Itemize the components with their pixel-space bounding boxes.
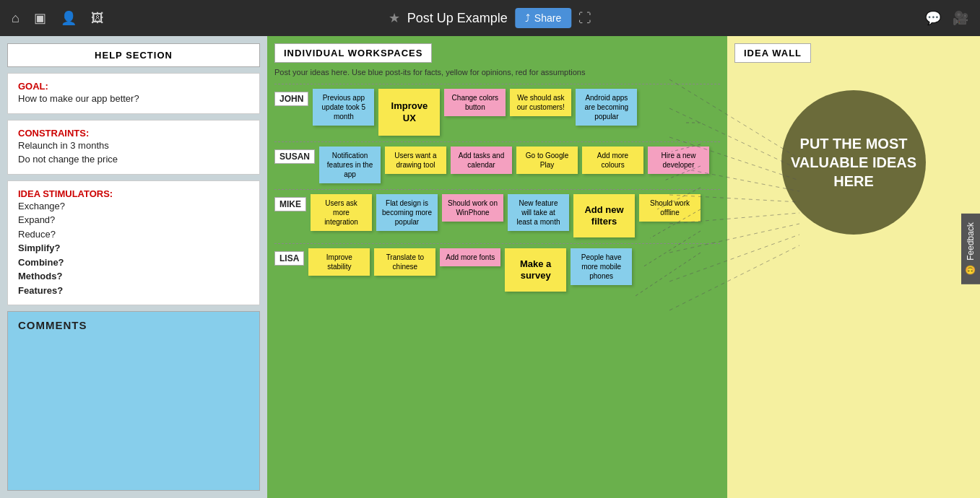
note-mike-3[interactable]: Should work on WinPhone	[442, 194, 503, 222]
note-susan-5[interactable]: Add more colours	[582, 147, 643, 174]
images-icon[interactable]: 🖼	[91, 11, 104, 26]
stimulator-methods: Methods?	[18, 269, 249, 284]
john-notes: Previous app update took 5 month Improve…	[313, 89, 637, 136]
workspace-header: INDIVIDUAL WORKSPACES	[274, 43, 432, 63]
note-susan-2[interactable]: Users want a drawing tool	[385, 147, 446, 174]
toolbar-left-icons: ⌂ ▣ 👤 🖼	[12, 10, 104, 26]
susan-label: SUSAN	[274, 149, 315, 164]
goal-text: How to make our app better?	[18, 92, 249, 106]
panels-icon[interactable]: ▣	[34, 10, 46, 26]
mike-row: MIKE Users ask more integration Flat des…	[274, 189, 720, 237]
john-row: JOHN Previous app update took 5 month Im…	[274, 84, 720, 136]
chat-icon[interactable]: 💬	[925, 10, 941, 26]
stimulator-simplify: Simplify?	[18, 241, 249, 255]
comments-label: COMMENTS	[18, 319, 249, 331]
note-mike-5[interactable]: Should work offline	[639, 194, 701, 222]
constraints-box: CONSTRAINTS: Relaunch in 3 months Do not…	[7, 120, 260, 175]
note-mike-4[interactable]: New feature will take at least a month	[508, 194, 569, 231]
note-lisa-2[interactable]: Translate to chinese	[374, 248, 435, 276]
note-susan-1[interactable]: Notification features in the app	[319, 147, 381, 183]
stimulators-box: IDEA STIMULATORS: Exchange? Expand? Redu…	[7, 180, 260, 306]
constraints-label: CONSTRAINTS:	[18, 128, 249, 139]
share-button[interactable]: ⤴ Share	[515, 8, 571, 28]
goal-box: GOAL: How to make our app better?	[7, 73, 260, 114]
note-susan-4[interactable]: Go to Google Play	[516, 147, 578, 174]
feedback-label: Feedback	[966, 222, 976, 261]
lisa-notes: Improve stability Translate to chinese A…	[308, 248, 632, 292]
main-area: HELP SECTION GOAL: How to make our app b…	[0, 36, 980, 498]
note-lisa-3[interactable]: Add more fonts	[440, 248, 500, 266]
center-panel: INDIVIDUAL WORKSPACES Post your ideas he…	[267, 36, 727, 498]
stimulator-reduce: Reduce?	[18, 227, 249, 242]
star-icon[interactable]: ★	[389, 10, 400, 26]
comments-box: COMMENTS	[7, 311, 260, 491]
constraints-line1: Relaunch in 3 months	[18, 139, 249, 153]
idea-wall-header: IDEA WALL	[734, 43, 811, 63]
video-icon[interactable]: 🎥	[953, 10, 968, 26]
goal-label: GOAL:	[18, 81, 249, 92]
susan-notes: Notification features in the app Users w…	[319, 147, 709, 183]
john-label: JOHN	[274, 92, 308, 106]
feedback-emoji: 😊	[966, 265, 976, 276]
toolbar-right-icons: 💬 🎥	[925, 10, 968, 26]
note-john-4[interactable]: Android apps are becoming popular	[576, 89, 637, 126]
stimulators-label: IDEA STIMULATORS:	[18, 188, 249, 199]
toolbar-center: ★ Post Up Example ⤴ Share ⛶	[389, 8, 591, 28]
mike-notes: Users ask more integration Flat design i…	[311, 194, 701, 237]
note-mike-filters[interactable]: Add new filters	[573, 194, 635, 237]
note-lisa-1[interactable]: Improve stability	[308, 248, 370, 276]
help-section-header: HELP SECTION	[7, 43, 260, 67]
stimulator-exchange: Exchange?	[18, 199, 249, 214]
mike-label: MIKE	[274, 197, 306, 211]
lisa-label: LISA	[274, 251, 304, 266]
fullscreen-icon[interactable]: ⛶	[578, 11, 591, 26]
note-lisa-4[interactable]: People have more mobile phones	[571, 248, 632, 285]
note-mike-1[interactable]: Users ask more integration	[311, 194, 372, 231]
note-susan-3[interactable]: Add tasks and calendar	[451, 147, 512, 174]
document-title: Post Up Example	[407, 11, 508, 26]
stimulator-combine: Combine?	[18, 255, 249, 270]
top-toolbar: ⌂ ▣ 👤 🖼 ★ Post Up Example ⤴ Share ⛶ 💬 🎥	[0, 0, 980, 36]
users-icon[interactable]: 👤	[61, 10, 77, 26]
note-john-1[interactable]: Previous app update took 5 month	[313, 89, 374, 126]
share-label: Share	[534, 12, 561, 24]
constraints-line2: Do not change the price	[18, 152, 249, 167]
note-lisa-survey[interactable]: Make a survey	[505, 248, 566, 292]
lisa-row: LISA Improve stability Translate to chin…	[274, 243, 720, 292]
note-john-3[interactable]: We should ask our customers!	[510, 89, 571, 116]
note-john-2[interactable]: Change colors button	[444, 89, 506, 116]
share-icon: ⤴	[525, 12, 530, 24]
stimulator-features: Features?	[18, 284, 249, 298]
note-mike-2[interactable]: Flat design is becoming more popular	[376, 194, 438, 231]
left-panel: HELP SECTION GOAL: How to make our app b…	[0, 36, 267, 498]
note-susan-6[interactable]: Hire a new developer	[648, 147, 709, 174]
susan-row: SUSAN Notification features in the app U…	[274, 141, 720, 183]
home-icon[interactable]: ⌂	[12, 11, 19, 26]
right-panel: IDEA WALL PUT THE MOST VALUABLE IDEAS HE…	[727, 36, 980, 498]
stimulator-expand: Expand?	[18, 213, 249, 227]
idea-circle: PUT THE MOST VALUABLE IDEAS HERE	[781, 90, 926, 235]
feedback-tab[interactable]: 😊 Feedback	[961, 214, 980, 284]
note-john-improve[interactable]: Improve UX	[378, 89, 440, 136]
workspace-subtitle: Post your ideas here. Use blue post-its …	[274, 67, 720, 78]
